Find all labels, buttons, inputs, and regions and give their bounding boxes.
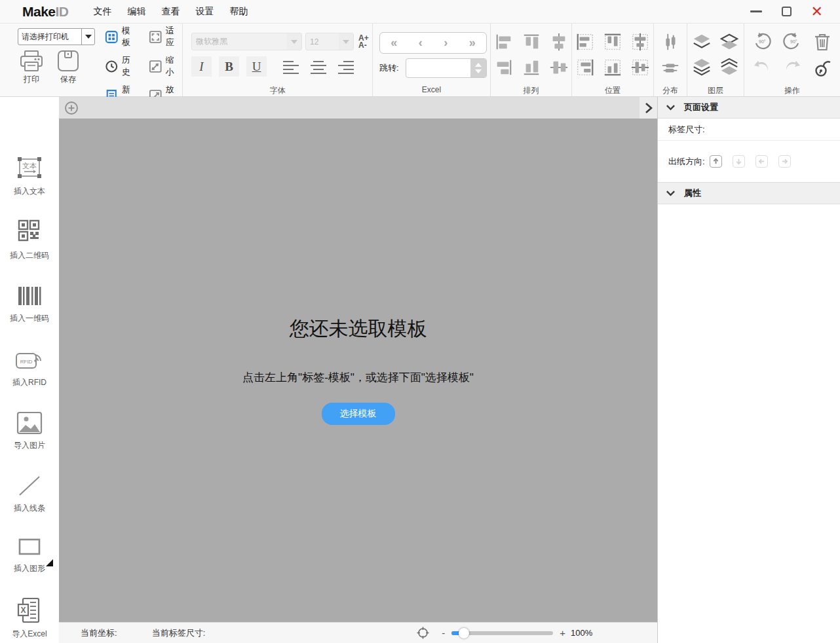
save-button[interactable]: 保存 — [56, 49, 81, 85]
template-button[interactable]: 模板 — [105, 25, 138, 48]
rectangle-shape-icon — [14, 536, 45, 559]
fit-button[interactable]: 适应 — [149, 25, 182, 48]
maximize-icon[interactable] — [782, 7, 792, 16]
printer-select-arrow[interactable] — [81, 29, 94, 45]
window-controls: ✕ — [750, 5, 823, 19]
minimize-icon[interactable] — [750, 10, 762, 12]
send-backward-button[interactable] — [717, 30, 741, 54]
insert-barcode-tool[interactable]: 插入一维码 — [10, 283, 49, 324]
position-vcenter-button[interactable] — [628, 30, 652, 54]
jump-input-field[interactable] — [406, 59, 470, 77]
rotate-right-button[interactable]: 90° — [779, 30, 805, 54]
nav-prev-button[interactable]: ‹ — [419, 36, 423, 50]
chevron-down-icon — [666, 190, 676, 196]
import-excel-tool[interactable]: X 导入Excel — [12, 596, 47, 640]
align-right-button[interactable] — [492, 56, 516, 79]
delete-button[interactable] — [809, 30, 835, 54]
font-family-arrow[interactable] — [287, 33, 301, 50]
redo-button[interactable] — [779, 56, 805, 79]
spinner-up-icon[interactable] — [475, 63, 482, 67]
collapse-panel-button[interactable] — [640, 97, 657, 119]
position-right-button[interactable] — [573, 56, 597, 79]
position-hcenter-button[interactable] — [628, 56, 652, 79]
menu-help[interactable]: 帮助 — [229, 5, 250, 19]
nav-last-button[interactable]: » — [469, 36, 476, 50]
print-button[interactable]: 打印 — [18, 49, 45, 85]
font-size-select[interactable]: 12 — [305, 33, 354, 50]
align-top-button[interactable] — [520, 30, 543, 54]
zoom-out-button[interactable]: 缩小 — [149, 54, 182, 78]
bring-forward-button[interactable] — [690, 30, 714, 54]
insert-shape-tool[interactable]: 插入图形 — [14, 536, 45, 574]
spinner-down-icon[interactable] — [475, 69, 482, 73]
font-family-select[interactable]: 微软雅黑 — [191, 33, 302, 50]
zoom-plus-button[interactable]: + — [560, 627, 565, 638]
send-to-back-button[interactable] — [717, 56, 741, 79]
align-vcenter-button[interactable] — [547, 30, 571, 54]
zoom-minus-button[interactable]: - — [442, 627, 445, 638]
zoom-slider-thumb[interactable] — [459, 628, 469, 638]
nav-first-button[interactable]: « — [391, 36, 397, 50]
font-size-arrow[interactable] — [339, 33, 353, 50]
zoom-slider[interactable] — [451, 631, 553, 635]
line-icon — [14, 473, 45, 499]
locate-icon[interactable] — [416, 626, 430, 640]
section-caption-layer: 图层 — [687, 85, 744, 96]
unlock-icon — [812, 57, 832, 78]
menu-edit[interactable]: 编辑 — [126, 5, 147, 19]
insert-rfid-tool[interactable]: RFID 插入RFID — [12, 346, 47, 388]
tool-label: 插入线条 — [14, 503, 45, 514]
menu-file[interactable]: 文件 — [92, 5, 113, 19]
import-image-tool[interactable]: 导入图片 — [14, 410, 45, 451]
close-icon[interactable]: ✕ — [811, 5, 823, 19]
direction-down-button[interactable] — [733, 155, 745, 168]
align-text-right-button[interactable] — [335, 56, 356, 77]
shape-flyout-indicator[interactable] — [46, 559, 53, 566]
distribute-horizontal-button[interactable] — [659, 30, 682, 54]
paper-direction-row: 出纸方向: — [658, 141, 840, 183]
bring-to-front-button[interactable] — [690, 56, 714, 79]
add-tab-icon[interactable] — [64, 101, 79, 115]
align-left-button[interactable] — [492, 30, 516, 54]
properties-header[interactable]: 属性 — [658, 183, 840, 204]
rotate-left-button[interactable]: 90° — [749, 30, 775, 54]
align-text-left-button[interactable] — [280, 56, 301, 77]
insert-line-tool[interactable]: 插入线条 — [14, 473, 45, 514]
italic-button[interactable]: I — [191, 56, 212, 77]
insert-qrcode-tool[interactable]: 插入二维码 — [10, 219, 49, 261]
align-center-icon — [309, 59, 328, 75]
insert-text-tool[interactable]: 文本 插入文本 — [14, 155, 45, 197]
distribute-vertical-button[interactable] — [659, 56, 682, 79]
font-scale-button[interactable]: A+ A- — [358, 35, 369, 49]
direction-up-button[interactable] — [710, 155, 722, 168]
lock-button[interactable] — [809, 56, 835, 79]
align-text-center-button[interactable] — [308, 56, 329, 77]
direction-right-button[interactable] — [778, 155, 791, 168]
tool-label: 插入一维码 — [10, 313, 49, 324]
printer-select[interactable]: 请选择打印机 — [18, 28, 95, 45]
page-setup-header[interactable]: 页面设置 — [658, 97, 840, 119]
position-bottom-button[interactable] — [601, 56, 624, 79]
position-vcenter-icon — [630, 32, 650, 52]
design-canvas[interactable]: 您还未选取模板 点击左上角"标签-模板"，或选择下面"选择模板" 选择模板 — [59, 119, 657, 622]
direction-left-button[interactable] — [755, 155, 768, 168]
jump-input[interactable] — [406, 58, 487, 78]
position-left-button[interactable] — [573, 30, 597, 54]
bold-button[interactable]: B — [219, 56, 239, 77]
choose-template-button[interactable]: 选择模板 — [322, 403, 395, 425]
undo-button[interactable] — [749, 56, 775, 79]
position-top-button[interactable] — [601, 30, 624, 54]
jump-spinner[interactable] — [470, 59, 486, 77]
rotate-left-90-icon: 90° — [752, 31, 773, 52]
underline-button[interactable]: U — [246, 56, 267, 77]
image-icon — [14, 410, 45, 436]
align-bottom-button[interactable] — [520, 56, 543, 79]
canvas-tab-bar — [59, 97, 657, 119]
nav-next-button[interactable]: › — [444, 36, 448, 50]
menu-settings[interactable]: 设置 — [195, 5, 216, 19]
history-button[interactable]: 历史 — [105, 54, 138, 78]
section-caption-font: 字体 — [183, 85, 372, 96]
logo-id: ID — [56, 4, 69, 19]
align-hcenter-button[interactable] — [547, 56, 571, 79]
menu-view[interactable]: 查看 — [161, 5, 181, 19]
